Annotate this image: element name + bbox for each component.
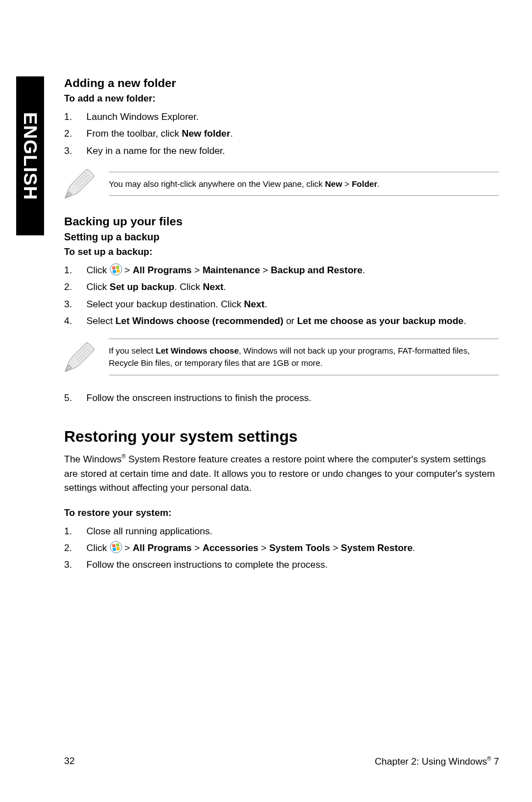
text: . xyxy=(362,265,365,276)
pencil-icon xyxy=(64,342,95,373)
page-footer: 32 Chapter 2: Using Windows® 7 xyxy=(64,756,499,767)
main-content: Adding a new folder To add a new folder:… xyxy=(64,76,499,579)
step-backup-3: Select your backup destination. Click Ne… xyxy=(64,297,499,312)
text: 7 xyxy=(491,756,499,767)
lead-restore: To restore your system: xyxy=(64,508,499,519)
text: . xyxy=(224,282,226,292)
bold-let-windows-choose: Let Windows choose (recommended) xyxy=(115,316,283,326)
text: . xyxy=(264,299,267,310)
bold-maintenance: Maintenance xyxy=(202,265,260,276)
lead-add-folder: To add a new folder: xyxy=(64,93,499,104)
text: Select your backup destination. Click xyxy=(86,299,244,310)
bold-all-programs: All Programs xyxy=(133,265,192,276)
step-backup-1: Click > All Programs > Maintenance > Bac… xyxy=(64,263,499,278)
windows-start-icon xyxy=(110,263,122,276)
text: Select xyxy=(86,316,115,326)
steps-backup-cont: Follow the onscreen instructions to fini… xyxy=(64,391,499,405)
text: > xyxy=(258,543,269,553)
heading-restoring: Restoring your system settings xyxy=(64,428,499,446)
text: You may also right-click anywhere on the… xyxy=(109,179,325,189)
text: . xyxy=(463,316,466,326)
bold-set-up-backup: Set up backup xyxy=(110,282,175,292)
step-add-2: From the toolbar, click New folder. xyxy=(64,127,499,141)
text: > xyxy=(122,265,133,276)
bold-new-folder: New folder xyxy=(182,128,230,139)
text: The Windows xyxy=(64,454,122,465)
text: If you select xyxy=(109,346,156,355)
bold-accessories: Accessories xyxy=(202,543,258,553)
bold-backup-restore: Backup and Restore xyxy=(270,265,362,276)
text: Chapter 2: Using Windows xyxy=(375,756,487,767)
subheading-setting-up: Setting up a backup xyxy=(64,231,499,243)
step-restore-1: Close all running applications. xyxy=(64,524,499,539)
text: System Restore feature creates a restore… xyxy=(64,454,495,493)
steps-add-folder: Launch Windows Explorer. From the toolba… xyxy=(64,110,499,158)
text: Click xyxy=(86,265,110,276)
page-number: 32 xyxy=(64,756,75,767)
bold-system-restore: System Restore xyxy=(341,543,413,553)
registered-mark: ® xyxy=(122,454,126,460)
restoring-body: The Windows® System Restore feature crea… xyxy=(64,452,499,495)
lead-backup: To set up a backup: xyxy=(64,247,499,258)
text: From the toolbar, click xyxy=(86,128,182,139)
text: > xyxy=(192,265,202,276)
text: . xyxy=(230,128,233,139)
step-restore-3: Follow the onscreen instructions to comp… xyxy=(64,558,499,572)
step-add-3: Key in a name for the new folder. xyxy=(64,144,499,158)
bold-folder: Folder xyxy=(352,179,378,189)
language-tab-label: ENGLISH xyxy=(20,112,41,200)
text: . xyxy=(378,179,380,189)
bold-next2: Next xyxy=(244,299,265,310)
text: Click xyxy=(86,543,110,553)
bold-system-tools: System Tools xyxy=(269,543,330,553)
bold-new: New xyxy=(325,179,342,189)
note-text: If you select Let Windows choose, Window… xyxy=(109,339,499,375)
step-backup-2: Click Set up backup. Click Next. xyxy=(64,280,499,294)
note-backup: If you select Let Windows choose, Window… xyxy=(64,339,499,375)
step-backup-4: Select Let Windows choose (recommended) … xyxy=(64,314,499,328)
text: > xyxy=(342,179,352,189)
step-restore-2: Click > All Programs > Accessories > Sys… xyxy=(64,541,499,555)
steps-restore: Close all running applications. Click > … xyxy=(64,524,499,573)
bold-let-me-choose: Let me choose as your backup mode xyxy=(297,316,464,326)
text: or xyxy=(283,316,297,326)
text: > xyxy=(260,265,270,276)
language-tab: ENGLISH xyxy=(16,76,44,235)
text: > xyxy=(192,543,202,553)
heading-backup: Backing up your files xyxy=(64,215,499,228)
text: . Click xyxy=(175,282,203,292)
pencil-icon xyxy=(64,168,95,199)
step-backup-5: Follow the onscreen instructions to fini… xyxy=(64,391,499,405)
text: > xyxy=(330,543,341,553)
text: > xyxy=(122,543,133,553)
bold-next: Next xyxy=(203,282,224,292)
note-add-folder: You may also right-click anywhere on the… xyxy=(64,168,499,199)
heading-adding-folder: Adding a new folder xyxy=(64,76,499,90)
windows-start-icon xyxy=(110,541,122,553)
bold-all-programs: All Programs xyxy=(133,543,192,553)
note-text: You may also right-click anywhere on the… xyxy=(109,172,499,196)
text: Click xyxy=(86,282,110,292)
text: . xyxy=(413,543,415,553)
chapter-label: Chapter 2: Using Windows® 7 xyxy=(375,756,499,767)
registered-mark: ® xyxy=(487,756,491,762)
bold-let-windows-choose2: Let Windows choose xyxy=(156,346,239,355)
step-add-1: Launch Windows Explorer. xyxy=(64,110,499,124)
steps-backup: Click > All Programs > Maintenance > Bac… xyxy=(64,263,499,328)
